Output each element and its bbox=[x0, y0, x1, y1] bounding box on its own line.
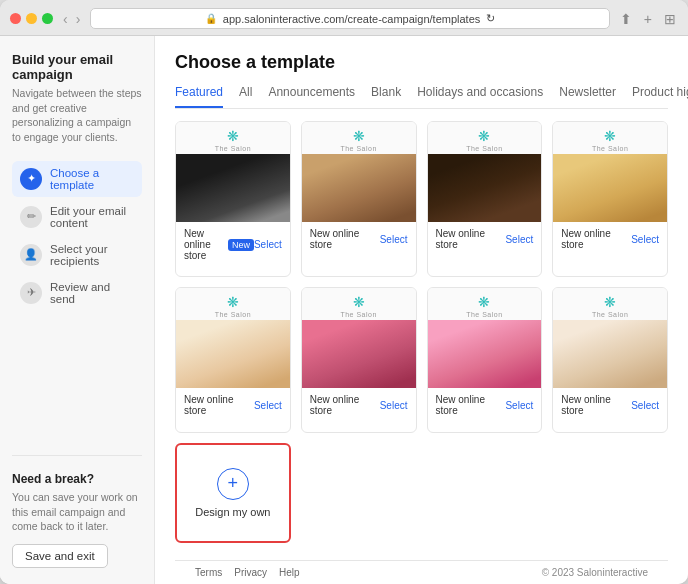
card-preview-2: ❋ The Salon bbox=[302, 122, 416, 222]
select-button-2[interactable]: Select bbox=[380, 234, 408, 245]
step-icon-edit: ✏ bbox=[20, 206, 42, 228]
tab-featured[interactable]: Featured bbox=[175, 85, 223, 108]
maximize-button[interactable] bbox=[42, 13, 53, 24]
salon-logo-3: ❋ The Salon bbox=[466, 122, 502, 154]
template-image-8 bbox=[553, 320, 667, 388]
help-link[interactable]: Help bbox=[279, 567, 300, 578]
card-name-area-1: New online store New bbox=[184, 228, 254, 261]
card-footer-7: New online store Select bbox=[428, 388, 542, 422]
card-name-6: New online store bbox=[310, 394, 380, 416]
select-button-6[interactable]: Select bbox=[380, 400, 408, 411]
card-footer-5: New online store Select bbox=[176, 388, 290, 422]
sidebar-steps: ✦ Choose a template ✏ Edit your email co… bbox=[12, 161, 142, 455]
template-card-6[interactable]: ❋ The Salon New online store Select bbox=[301, 287, 417, 432]
template-tabs: Featured All Announcements Blank Holiday… bbox=[175, 85, 668, 109]
template-card-7[interactable]: ❋ The Salon New online store Select bbox=[427, 287, 543, 432]
salon-icon-5: ❋ bbox=[227, 294, 239, 310]
template-image-5 bbox=[176, 320, 290, 388]
sidebar-title: Build your email campaign bbox=[12, 52, 142, 82]
select-button-5[interactable]: Select bbox=[254, 400, 282, 411]
step-label-recipients: Select your recipients bbox=[50, 243, 134, 267]
sidebar-toggle-icon[interactable]: ⊞ bbox=[662, 9, 678, 29]
share-icon[interactable]: ⬆ bbox=[618, 9, 634, 29]
template-card-3[interactable]: ❋ The Salon New online store Select bbox=[427, 121, 543, 277]
salon-logo-5: ❋ The Salon bbox=[215, 288, 251, 320]
card-footer-3: New online store Select bbox=[428, 222, 542, 256]
card-preview-1: ❋ The Salon bbox=[176, 122, 290, 222]
card-preview-5: ❋ The Salon bbox=[176, 288, 290, 388]
sidebar: Build your email campaign Navigate betwe… bbox=[0, 36, 155, 584]
card-footer-2: New online store Select bbox=[302, 222, 416, 256]
close-button[interactable] bbox=[10, 13, 21, 24]
tab-announcements[interactable]: Announcements bbox=[268, 85, 355, 108]
terms-link[interactable]: Terms bbox=[195, 567, 222, 578]
template-card-4[interactable]: ❋ The Salon New online store Select bbox=[552, 121, 668, 277]
card-footer-8: New online store Select bbox=[553, 388, 667, 422]
select-button-8[interactable]: Select bbox=[631, 400, 659, 411]
template-card-2[interactable]: ❋ The Salon New online store Select bbox=[301, 121, 417, 277]
tab-newsletter[interactable]: Newsletter bbox=[559, 85, 616, 108]
card-footer-1: New online store New Select bbox=[176, 222, 290, 267]
salon-name-8: The Salon bbox=[592, 311, 628, 318]
browser-window: ‹ › 🔒 app.saloninteractive.com/create-ca… bbox=[0, 0, 688, 584]
sidebar-step-review-send[interactable]: ✈ Review and send bbox=[12, 275, 142, 311]
salon-logo-1: ❋ The Salon bbox=[215, 122, 251, 154]
template-image-7 bbox=[428, 320, 542, 388]
page-title: Choose a template bbox=[175, 52, 668, 73]
card-preview-3: ❋ The Salon bbox=[428, 122, 542, 222]
select-button-7[interactable]: Select bbox=[505, 400, 533, 411]
salon-icon-1: ❋ bbox=[227, 128, 239, 144]
tab-blank[interactable]: Blank bbox=[371, 85, 401, 108]
step-icon-recipients: 👤 bbox=[20, 244, 42, 266]
tab-all[interactable]: All bbox=[239, 85, 252, 108]
need-break-description: You can save your work on this email cam… bbox=[12, 490, 142, 534]
sidebar-step-select-recipients[interactable]: 👤 Select your recipients bbox=[12, 237, 142, 273]
back-button[interactable]: ‹ bbox=[61, 11, 70, 27]
save-exit-button[interactable]: Save and exit bbox=[12, 544, 108, 568]
card-name-8: New online store bbox=[561, 394, 631, 416]
step-label-send: Review and send bbox=[50, 281, 134, 305]
forward-button[interactable]: › bbox=[74, 11, 83, 27]
need-break-title: Need a break? bbox=[12, 472, 142, 486]
card-name-5: New online store bbox=[184, 394, 254, 416]
salon-name-7: The Salon bbox=[466, 311, 502, 318]
salon-icon-2: ❋ bbox=[353, 128, 365, 144]
address-bar[interactable]: 🔒 app.saloninteractive.com/create-campai… bbox=[90, 8, 609, 29]
footer-links: Terms Privacy Help bbox=[195, 567, 300, 578]
sidebar-step-edit-content[interactable]: ✏ Edit your email content bbox=[12, 199, 142, 235]
step-label-edit: Edit your email content bbox=[50, 205, 134, 229]
salon-icon-6: ❋ bbox=[353, 294, 365, 310]
minimize-button[interactable] bbox=[26, 13, 37, 24]
salon-name-1: The Salon bbox=[215, 145, 251, 152]
salon-icon-4: ❋ bbox=[604, 128, 616, 144]
card-name-4: New online store bbox=[561, 228, 631, 250]
sidebar-step-choose-template[interactable]: ✦ Choose a template bbox=[12, 161, 142, 197]
card-preview-6: ❋ The Salon bbox=[302, 288, 416, 388]
template-card-8[interactable]: ❋ The Salon New online store Select bbox=[552, 287, 668, 432]
card-name-3: New online store bbox=[436, 228, 506, 250]
tab-holidays[interactable]: Holidays and occasions bbox=[417, 85, 543, 108]
select-button-3[interactable]: Select bbox=[505, 234, 533, 245]
template-image-2 bbox=[302, 154, 416, 222]
salon-logo-2: ❋ The Salon bbox=[340, 122, 376, 154]
template-card-5[interactable]: ❋ The Salon New online store Select bbox=[175, 287, 291, 432]
add-tab-icon[interactable]: + bbox=[642, 9, 654, 29]
template-card-1[interactable]: ❋ The Salon New online store New Select bbox=[175, 121, 291, 277]
template-image-1 bbox=[176, 154, 290, 222]
card-footer-4: New online store Select bbox=[553, 222, 667, 256]
sidebar-bottom: Need a break? You can save your work on … bbox=[12, 455, 142, 568]
template-image-6 bbox=[302, 320, 416, 388]
select-button-4[interactable]: Select bbox=[631, 234, 659, 245]
privacy-link[interactable]: Privacy bbox=[234, 567, 267, 578]
select-button-1[interactable]: Select bbox=[254, 239, 282, 250]
salon-icon-7: ❋ bbox=[478, 294, 490, 310]
salon-name-5: The Salon bbox=[215, 311, 251, 318]
step-label-choose: Choose a template bbox=[50, 167, 134, 191]
salon-logo-4: ❋ The Salon bbox=[592, 122, 628, 154]
lock-icon: 🔒 bbox=[205, 13, 217, 24]
design-own-card[interactable]: + Design my own bbox=[175, 443, 291, 543]
design-own-label: Design my own bbox=[195, 506, 270, 518]
footer-bar: Terms Privacy Help © 2023 Saloninteracti… bbox=[175, 560, 668, 584]
tab-product-highlights[interactable]: Product highlights bbox=[632, 85, 688, 108]
browser-actions: ⬆ + ⊞ bbox=[618, 9, 678, 29]
